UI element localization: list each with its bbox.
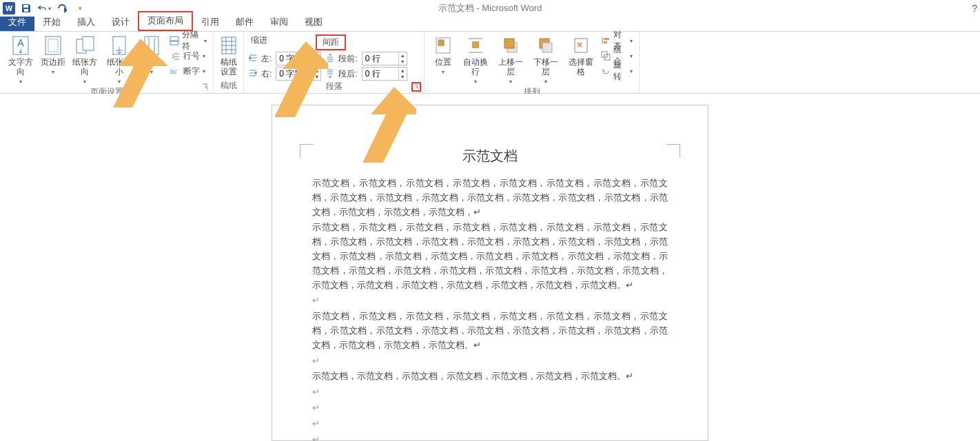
paragraph: 示范文档，示范文档，示范文档，示范文档，示范文档，示范文档，示范文档，示范文档，… — [312, 309, 668, 352]
group-icon — [601, 50, 611, 61]
chevron-down-icon: ▾ — [442, 69, 445, 75]
redo-button[interactable] — [55, 1, 69, 15]
group-label-paragraph: 段落 — [248, 81, 420, 94]
spin-up[interactable]: ▲ — [312, 52, 320, 59]
group-label-manuscript: 稿纸 — [218, 80, 239, 93]
svg-rect-32 — [542, 43, 552, 52]
paragraph: ↵ — [312, 417, 668, 431]
chevron-down-icon: ▾ — [19, 79, 22, 85]
chevron-down-icon: ▾ — [83, 79, 86, 85]
document-body[interactable]: 示范文档，示范文档，示范文档，示范文档，示范文档，示范文档，示范文档，示范文档，… — [312, 176, 668, 441]
svg-rect-36 — [604, 41, 607, 43]
chevron-down-icon: ▾ — [630, 53, 633, 59]
svg-rect-11 — [170, 41, 178, 45]
chevron-down-icon: ▾ — [474, 79, 477, 85]
group-paragraph: 缩进 间距 左: ▲▼ 段前: ▲▼ 右: ▲▼ 段后: ▲▼ 段落 — [244, 32, 425, 93]
document-canvas[interactable]: 示范文档 示范文档，示范文档，示范文档，示范文档，示范文档，示范文档，示范文档，… — [0, 94, 980, 441]
svg-rect-5 — [83, 37, 94, 50]
chevron-down-icon: ▾ — [203, 53, 205, 59]
chevron-down-icon: ▾ — [509, 79, 512, 85]
chevron-down-icon: ▾ — [204, 38, 207, 44]
margins-button[interactable]: 页边距 ▾ — [39, 33, 68, 76]
ribbon: A 文字方向 ▾ 页边距 ▾ 纸张方向 ▾ — [0, 32, 980, 94]
rotate-button[interactable]: 旋转 ▾ — [599, 63, 635, 79]
space-after-input[interactable]: ▲▼ — [362, 67, 407, 81]
spin-down[interactable]: ▼ — [312, 59, 320, 65]
paper-size-button[interactable]: 纸张大小 ▾ — [103, 33, 136, 86]
orientation-button[interactable]: 纸张方向 ▾ — [69, 33, 102, 86]
chevron-down-icon: ▾ — [630, 38, 633, 44]
svg-rect-25 — [438, 40, 444, 45]
help-button[interactable]: ? — [972, 3, 977, 14]
align-icon — [601, 35, 611, 46]
spin-down[interactable]: ▼ — [398, 59, 407, 65]
page: 示范文档 示范文档，示范文档，示范文档，示范文档，示范文档，示范文档，示范文档，… — [272, 105, 708, 441]
paragraph: ↵ — [312, 385, 668, 400]
svg-text:-: - — [176, 66, 178, 72]
spin-up[interactable]: ▲ — [312, 68, 320, 74]
send-backward-icon — [535, 34, 557, 57]
rotate-icon — [601, 65, 611, 76]
spin-up[interactable]: ▲ — [398, 52, 407, 59]
manuscript-settings-button[interactable]: 稿纸 设置 — [216, 33, 241, 79]
svg-text:A: A — [17, 37, 24, 48]
indent-header: 缩进 — [251, 34, 267, 50]
spin-down[interactable]: ▼ — [398, 74, 407, 80]
spin-down[interactable]: ▼ — [312, 74, 320, 80]
breaks-button[interactable]: 分隔符 ▾ — [167, 33, 210, 48]
svg-rect-7 — [145, 37, 159, 54]
indent-right-icon — [248, 68, 259, 79]
paragraph-launcher[interactable] — [411, 82, 421, 92]
margins-icon — [42, 34, 64, 57]
breaks-icon — [170, 35, 179, 46]
paragraph: ↵ — [312, 354, 668, 369]
columns-button[interactable]: 分栏 ▾ — [137, 33, 166, 76]
bring-forward-icon — [500, 34, 522, 57]
svg-rect-2 — [45, 37, 61, 54]
space-before-icon — [325, 53, 336, 64]
group-manuscript: 稿纸 设置 稿纸 — [214, 32, 244, 93]
text-direction-icon: A — [10, 34, 32, 57]
chevron-down-icon: ▾ — [630, 68, 633, 74]
hyphenation-button[interactable]: bc- 断字 ▾ — [167, 63, 210, 79]
send-backward-button[interactable]: 下移一层 ▾ — [529, 33, 563, 86]
group-arrange: 位置 ▾ 自动换行 ▾ 上移一层 ▾ 下移一层 ▾ 选择窗格 — [425, 32, 640, 93]
selection-pane-icon — [570, 34, 592, 57]
bring-forward-button[interactable]: 上移一层 ▾ — [494, 33, 528, 86]
page-setup-launcher[interactable] — [201, 82, 210, 92]
space-after-icon — [325, 68, 336, 79]
hyphenation-icon: bc- — [170, 65, 181, 76]
spin-up[interactable]: ▲ — [398, 68, 407, 74]
paragraph: ↵ — [312, 294, 668, 308]
position-icon — [432, 34, 454, 57]
customize-qat-button[interactable]: ▾ — [73, 1, 87, 15]
chevron-down-icon: ▾ — [118, 79, 121, 85]
margin-corner-icon — [300, 144, 314, 158]
line-numbers-button[interactable]: 1 行号 ▾ — [167, 48, 210, 63]
paragraph: ↵ — [312, 401, 668, 416]
svg-rect-30 — [504, 39, 514, 48]
paragraph: 示范文档，示范文档，示范文档，示范文档，示范文档，示范文档，示范文档。↵ — [312, 369, 668, 384]
chevron-down-icon: ▾ — [48, 6, 51, 12]
save-button[interactable] — [19, 1, 33, 15]
orientation-icon — [74, 34, 96, 57]
quick-access-toolbar: W ▾ ▾ — [3, 1, 87, 15]
wrap-text-icon — [465, 34, 487, 57]
paper-size-icon — [108, 34, 130, 57]
chevron-down-icon: ▾ — [544, 79, 547, 85]
text-direction-button[interactable]: A 文字方向 ▾ — [4, 33, 37, 86]
paragraph: 示范文档，示范文档，示范文档，示范文档，示范文档，示范文档，示范文档，示范文档，… — [312, 220, 668, 292]
wrap-text-button[interactable]: 自动换行 ▾ — [459, 33, 493, 86]
document-title: 示范文档 — [312, 147, 668, 165]
chevron-down-icon: ▾ — [203, 68, 205, 74]
indent-left-input[interactable]: ▲▼ — [276, 52, 321, 65]
indent-right-input[interactable]: ▲▼ — [276, 67, 321, 81]
selection-pane-button[interactable]: 选择窗格 — [564, 33, 598, 79]
space-before-input[interactable]: ▲▼ — [362, 52, 407, 65]
line-numbers-icon: 1 — [170, 50, 181, 61]
chevron-down-icon: ▾ — [52, 69, 54, 75]
margin-corner-icon — [666, 144, 680, 158]
tab-page-layout[interactable]: 页面布局 — [138, 11, 193, 31]
position-button[interactable]: 位置 ▾ — [429, 33, 458, 76]
undo-button[interactable]: ▾ — [37, 1, 51, 15]
